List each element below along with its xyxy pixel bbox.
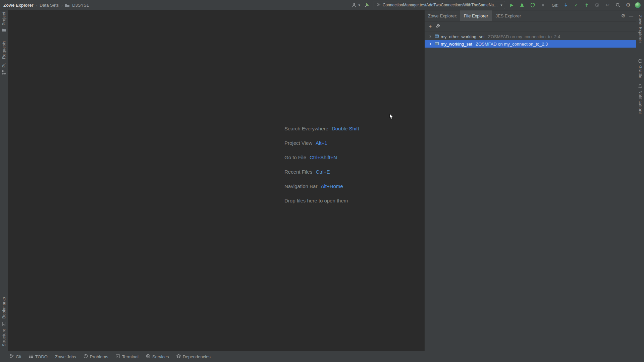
- editor-area[interactable]: Search Everywhere Double Shift Project V…: [8, 10, 424, 351]
- tool-window-toolbar: +: [425, 21, 636, 32]
- user-avatar-button[interactable]: ▾: [350, 1, 360, 9]
- chevron-right-icon: ›: [61, 3, 62, 8]
- toolbar-actions: ▾ ConnectionManager.testAddTwoConnection…: [350, 1, 641, 9]
- working-set-name: my_working_set: [441, 42, 472, 47]
- hint-navigation-bar: Navigation Bar Alt+Home: [284, 183, 359, 189]
- services-icon: [146, 354, 150, 359]
- sidebar-item-zowe-explorer[interactable]: Zowe Explorer: [638, 15, 643, 43]
- left-tool-stripe: Project Pull Requests Bookmarks Structur…: [0, 10, 8, 351]
- stop-button[interactable]: ■: [539, 1, 547, 9]
- tool-window-title: Zowe Explorer:: [428, 13, 457, 18]
- expand-chevron-icon[interactable]: [428, 42, 433, 46]
- working-set-icon: [434, 41, 439, 47]
- breadcrumb-datasets[interactable]: Data Sets: [40, 3, 59, 8]
- history-icon[interactable]: [593, 1, 601, 9]
- project-folder-icon[interactable]: [2, 28, 6, 32]
- settings-gear-icon[interactable]: ⚙: [625, 1, 632, 9]
- build-hammer-button[interactable]: [363, 1, 371, 9]
- hint-project-view: Project View Alt+1: [284, 140, 359, 146]
- tree-row-working-set-selected[interactable]: my_working_set ZOSMFAD on my_connection_…: [425, 40, 636, 48]
- tool-window-header: Zowe Explorer: File Explorer JES Explore…: [425, 10, 636, 21]
- sidebar-item-pull-requests[interactable]: Pull Requests: [2, 41, 6, 68]
- run-config-type-icon: [376, 2, 381, 8]
- chevron-right-icon: ›: [36, 3, 37, 8]
- status-item-todo[interactable]: TODO: [25, 351, 51, 362]
- run-with-coverage-button[interactable]: [529, 1, 536, 9]
- breadcrumb-node[interactable]: D3SYS1: [72, 3, 89, 8]
- status-item-problems[interactable]: Problems: [80, 351, 112, 362]
- gradle-icon[interactable]: [638, 59, 643, 63]
- todo-list-icon: [29, 354, 33, 359]
- breadcrumb-root[interactable]: Zowe Explorer: [3, 3, 34, 8]
- breadcrumb: Zowe Explorer › Data Sets › D3SYS1: [3, 3, 89, 8]
- tool-window-actions: ⚙ —: [621, 13, 633, 19]
- working-set-name: my_other_working_set: [441, 34, 485, 39]
- rollback-icon[interactable]: ↩: [604, 1, 611, 9]
- status-item-dependencies[interactable]: Dependencies: [173, 351, 214, 362]
- profile-status-icon[interactable]: [635, 2, 641, 8]
- ide-window: Zowe Explorer › Data Sets › D3SYS1 ▾: [0, 0, 644, 362]
- git-branch-icon: [10, 354, 14, 360]
- dependencies-icon: [176, 354, 181, 359]
- status-bar: Git TODO Zowe Jobs Problems Terminal: [0, 351, 644, 362]
- zowe-explorer-tool-window: Zowe Explorer: File Explorer JES Explore…: [424, 10, 636, 351]
- run-configuration-select[interactable]: ConnectionManager.testAddTwoConnectionsW…: [374, 1, 505, 9]
- chevron-down-icon: ▾: [358, 3, 360, 7]
- status-item-services[interactable]: Services: [142, 351, 173, 362]
- right-tool-stripe: Zowe Explorer Gradle Notifications: [636, 10, 644, 351]
- minimize-icon[interactable]: —: [629, 14, 633, 18]
- main-toolbar: Zowe Explorer › Data Sets › D3SYS1 ▾: [0, 0, 644, 10]
- search-icon[interactable]: [614, 1, 622, 9]
- hint-search-everywhere: Search Everywhere Double Shift: [284, 126, 359, 131]
- pull-requests-icon[interactable]: [2, 70, 6, 75]
- notifications-bell-icon[interactable]: [638, 84, 642, 88]
- git-widget-label: Git:: [552, 3, 558, 8]
- tree-row-other-working-set[interactable]: my_other_working_set ZOSMFAD on my_conne…: [425, 33, 636, 40]
- debug-button[interactable]: [519, 1, 526, 9]
- problems-icon: [84, 354, 88, 359]
- working-set-tree: my_other_working_set ZOSMFAD on my_conne…: [425, 32, 636, 48]
- editor-shortcut-hints: Search Everywhere Double Shift Project V…: [284, 126, 359, 203]
- run-button[interactable]: ▶: [508, 1, 516, 9]
- mouse-cursor: [389, 113, 394, 121]
- git-push-icon[interactable]: [583, 1, 590, 9]
- hint-drop-files: Drop files here to open them: [284, 198, 359, 203]
- tab-jes-explorer[interactable]: JES Explorer: [492, 10, 525, 21]
- sidebar-item-notifications[interactable]: Notifications: [638, 90, 643, 115]
- main-area: Project Pull Requests Bookmarks Structur…: [0, 10, 644, 351]
- hint-recent-files: Recent Files Ctrl+E: [284, 169, 359, 175]
- sidebar-item-project[interactable]: Project: [2, 12, 6, 25]
- sidebar-item-structure[interactable]: Structure: [2, 328, 6, 346]
- tab-file-explorer[interactable]: File Explorer: [460, 10, 492, 21]
- chevron-down-icon: ▾: [500, 3, 502, 7]
- bookmark-icon[interactable]: [2, 321, 6, 326]
- status-item-terminal[interactable]: Terminal: [112, 351, 142, 362]
- working-set-detail: ZOSMFAD on my_connection_to_2.4: [488, 34, 560, 39]
- wrench-settings-icon[interactable]: [436, 23, 440, 29]
- hint-go-to-file: Go to File Ctrl+Shift+N: [284, 155, 359, 160]
- avatar-icon: [350, 1, 358, 9]
- expand-chevron-icon[interactable]: [428, 35, 433, 38]
- sidebar-item-bookmarks[interactable]: Bookmarks: [2, 297, 6, 319]
- working-set-detail: ZOSMFAD on my_connection_to_2.3: [476, 42, 548, 47]
- terminal-icon: [116, 354, 120, 359]
- tool-window-gear-icon[interactable]: ⚙: [621, 13, 626, 19]
- git-commit-icon[interactable]: ✓: [573, 1, 580, 9]
- git-update-icon[interactable]: [562, 1, 570, 9]
- folder-icon: [65, 3, 70, 7]
- status-item-zowe-jobs[interactable]: Zowe Jobs: [51, 351, 80, 362]
- sidebar-item-gradle[interactable]: Gradle: [638, 65, 643, 78]
- run-configuration-name: ConnectionManager.testAddTwoConnectionsW…: [383, 3, 498, 7]
- add-working-set-icon[interactable]: +: [429, 24, 432, 29]
- status-item-git[interactable]: Git: [6, 351, 25, 362]
- working-set-icon: [434, 34, 439, 40]
